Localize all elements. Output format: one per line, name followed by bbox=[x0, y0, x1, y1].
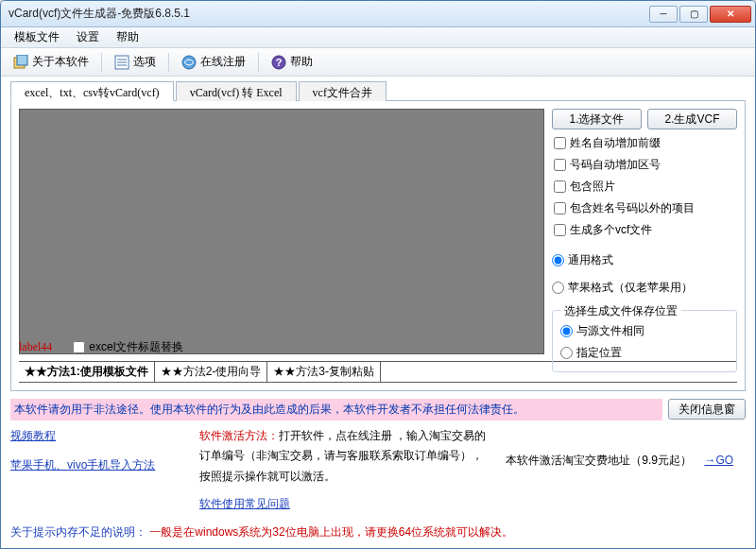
generate-vcf-button[interactable]: 2.生成VCF bbox=[647, 109, 737, 129]
format-apple-radio[interactable] bbox=[552, 282, 564, 294]
right-pane: 1.选择文件 2.生成VCF 姓名自动增加前缀 号码自动增加区号 包含照片 包含… bbox=[552, 109, 737, 334]
svg-text:?: ? bbox=[276, 57, 283, 68]
apple-vivo-link[interactable]: 苹果手机、vivo手机导入方法 bbox=[10, 458, 155, 472]
window-title: vCard(vcf)文件生成器-免费版6.8.5.1 bbox=[9, 6, 649, 22]
save-custom-radio[interactable] bbox=[560, 347, 573, 359]
opt-prefix-checkbox[interactable] bbox=[554, 137, 566, 149]
minimize-button[interactable]: ─ bbox=[649, 6, 678, 23]
about-icon bbox=[13, 55, 28, 70]
separator bbox=[168, 53, 169, 72]
opt-extra[interactable]: 包含姓名号码以外的项目 bbox=[552, 200, 737, 216]
about-button[interactable]: 关于本软件 bbox=[7, 51, 95, 73]
save-same[interactable]: 与源文件相同 bbox=[560, 320, 729, 342]
excel-title-replace[interactable]: excel文件标题替换 bbox=[71, 339, 183, 355]
warning-bar: 本软件请勿用于非法途径。使用本软件的行为及由此造成的后果，本软件开发者不承担任何… bbox=[10, 399, 746, 420]
tab-body: 1.选择文件 2.生成VCF 姓名自动增加前缀 号码自动增加区号 包含照片 包含… bbox=[10, 101, 746, 391]
register-button[interactable]: 在线注册 bbox=[175, 51, 252, 73]
memory-note: 关于提示内存不足的说明： 一般是在windows系统为32位电脑上出现，请更换6… bbox=[1, 521, 755, 548]
select-file-button[interactable]: 1.选择文件 bbox=[552, 109, 642, 129]
maximize-button[interactable]: ▢ bbox=[679, 6, 708, 23]
save-custom[interactable]: 指定位置 bbox=[560, 342, 729, 364]
opt-extra-checkbox[interactable] bbox=[554, 202, 566, 214]
method-2[interactable]: ★★方法2-使用向导 bbox=[155, 362, 268, 382]
video-tutorial-link[interactable]: 视频教程 bbox=[10, 429, 56, 442]
format-general-radio[interactable] bbox=[552, 254, 564, 266]
go-link[interactable]: →GO bbox=[704, 454, 733, 467]
opt-multi[interactable]: 生成多个vcf文件 bbox=[552, 222, 737, 238]
method-3[interactable]: ★★方法3-复制粘贴 bbox=[267, 362, 381, 382]
faq-link[interactable]: 软件使用常见问题 bbox=[199, 497, 290, 510]
save-location-group: 选择生成文件保存位置 与源文件相同 指定位置 bbox=[552, 310, 737, 372]
format-apple[interactable]: 苹果格式（仅老苹果用） bbox=[552, 277, 737, 299]
menu-help[interactable]: 帮助 bbox=[109, 27, 146, 47]
options-icon bbox=[114, 55, 129, 70]
tabstrip: excel、txt、csv转vCard(vcf) vCard(vcf) 转 Ex… bbox=[10, 80, 746, 101]
method-1[interactable]: ★★方法1:使用模板文件 bbox=[19, 362, 155, 382]
help-label: 帮助 bbox=[290, 54, 313, 70]
memory-note-b: 一般是在windows系统为32位电脑上出现，请更换64位系统就可以解决。 bbox=[149, 525, 513, 539]
about-label: 关于本软件 bbox=[32, 54, 89, 70]
options-label: 选项 bbox=[133, 54, 156, 70]
separator bbox=[101, 53, 102, 72]
warning-message: 本软件请勿用于非法途径。使用本软件的行为及由此造成的后果，本软件开发者不承担任何… bbox=[10, 399, 662, 420]
titlebar: vCard(vcf)文件生成器-免费版6.8.5.1 ─ ▢ ✕ bbox=[1, 1, 755, 27]
tab-vcf-to-excel[interactable]: vCard(vcf) 转 Excel bbox=[176, 81, 297, 101]
tab-excel-to-vcf[interactable]: excel、txt、csv转vCard(vcf) bbox=[10, 81, 174, 101]
help-icon: ? bbox=[271, 55, 286, 70]
preview-area bbox=[19, 109, 544, 354]
opt-prefix[interactable]: 姓名自动增加前缀 bbox=[552, 135, 737, 151]
tab-vcf-merge[interactable]: vcf文件合并 bbox=[299, 81, 387, 101]
info-grid: 视频教程 苹果手机、vivo手机导入方法 软件激活方法：打开软件，点在线注册 ，… bbox=[10, 426, 746, 515]
toolbar: 关于本软件 选项 在线注册 ? 帮助 bbox=[1, 48, 755, 77]
register-label: 在线注册 bbox=[200, 54, 246, 70]
menu-settings[interactable]: 设置 bbox=[69, 27, 107, 47]
left-links: 视频教程 苹果手机、vivo手机导入方法 bbox=[10, 426, 180, 515]
bottom-pane: 本软件请勿用于非法途径。使用本软件的行为及由此造成的后果，本软件开发者不承担任何… bbox=[1, 395, 755, 521]
separator bbox=[258, 53, 259, 72]
work-row: 1.选择文件 2.生成VCF 姓名自动增加前缀 号码自动增加区号 包含照片 包含… bbox=[19, 109, 737, 334]
opt-photo[interactable]: 包含照片 bbox=[552, 179, 737, 195]
menubar: 模板文件 设置 帮助 bbox=[1, 27, 755, 48]
excel-title-replace-checkbox[interactable] bbox=[73, 341, 85, 353]
taobao-text: 本软件激活淘宝交费地址（9.9元起） bbox=[506, 454, 692, 467]
save-location-title: 选择生成文件保存位置 bbox=[560, 303, 681, 319]
help-button[interactable]: ? 帮助 bbox=[265, 51, 319, 73]
opt-areacode[interactable]: 号码自动增加区号 bbox=[552, 157, 737, 173]
register-icon bbox=[181, 55, 197, 70]
opt-multi-checkbox[interactable] bbox=[554, 224, 566, 236]
window-buttons: ─ ▢ ✕ bbox=[649, 6, 751, 23]
save-same-radio[interactable] bbox=[560, 325, 573, 337]
svg-rect-1 bbox=[17, 55, 27, 65]
debug-label: label44 bbox=[19, 340, 52, 354]
close-button[interactable]: ✕ bbox=[710, 6, 751, 23]
app-window: vCard(vcf)文件生成器-免费版6.8.5.1 ─ ▢ ✕ 模板文件 设置… bbox=[0, 0, 756, 549]
right-text: 本软件激活淘宝交费地址（9.9元起） →GO bbox=[506, 426, 746, 515]
opt-photo-checkbox[interactable] bbox=[554, 180, 566, 193]
menu-template[interactable]: 模板文件 bbox=[7, 27, 67, 47]
memory-note-a: 关于提示内存不足的说明： bbox=[10, 525, 146, 539]
format-general[interactable]: 通用格式 bbox=[552, 249, 737, 271]
close-info-button[interactable]: 关闭信息窗 bbox=[668, 399, 746, 420]
action-buttons: 1.选择文件 2.生成VCF bbox=[552, 109, 737, 129]
options-button[interactable]: 选项 bbox=[108, 51, 163, 73]
mid-text: 软件激活方法：打开软件，点在线注册 ，输入淘宝交易的订单编号（非淘宝交易，请与客… bbox=[199, 426, 487, 515]
opt-areacode-checkbox[interactable] bbox=[554, 159, 566, 171]
activate-label: 软件激活方法： bbox=[199, 429, 279, 442]
